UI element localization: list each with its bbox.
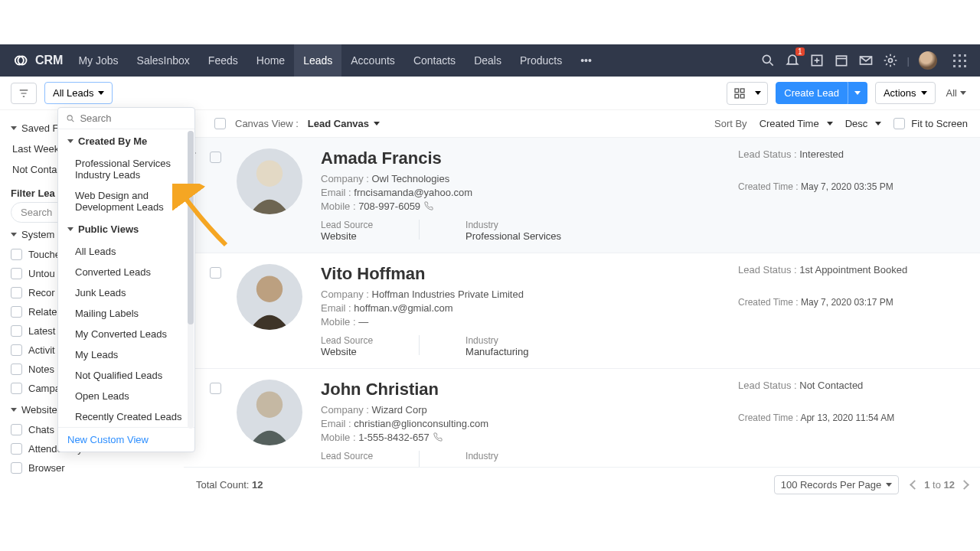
total-count: Total Count: 12 (196, 479, 263, 491)
crm-logo: CRM (8, 52, 69, 69)
toolbar: All Leads Create Lead Actions All (0, 77, 980, 110)
nav-contacts[interactable]: Contacts (404, 44, 465, 77)
svg-line-1 (769, 63, 773, 66)
view-item[interactable]: Mailing Labels (58, 303, 194, 324)
popup-search[interactable] (58, 108, 194, 129)
svg-rect-12 (741, 94, 745, 98)
prev-page[interactable] (910, 480, 920, 490)
canvas-view-label: Canvas View : (235, 118, 299, 129)
add-icon[interactable] (809, 53, 825, 68)
view-selector[interactable]: All Leads (44, 82, 113, 104)
nav-more[interactable]: ••• (571, 44, 601, 77)
gear-icon[interactable] (883, 53, 898, 68)
nav-my-jobs[interactable]: My Jobs (69, 44, 127, 77)
nav-home[interactable]: Home (247, 44, 294, 77)
select-all-checkbox[interactable] (214, 118, 226, 129)
top-icons: 1 | (760, 51, 972, 70)
create-lead-button[interactable]: Create Lead (776, 82, 848, 104)
nav-feeds[interactable]: Feeds (199, 44, 247, 77)
new-custom-view[interactable]: New Custom View (58, 427, 194, 452)
filter-button[interactable] (11, 83, 37, 104)
card-checkbox[interactable] (210, 383, 221, 394)
view-selector-label: All Leads (53, 87, 93, 99)
sort-dir[interactable]: Desc (845, 118, 882, 129)
public-views-header[interactable]: Public Views (58, 217, 194, 241)
footer: Total Count: 12 100 Records Per Page 1 t… (184, 467, 980, 502)
svg-point-13 (256, 160, 283, 186)
view-item[interactable]: Web Design and Development Leads (58, 185, 194, 217)
main-nav: My Jobs SalesInbox Feeds Home Leads Acco… (69, 44, 600, 77)
search-icon (66, 113, 75, 124)
nav-salesinbox[interactable]: SalesInbox (128, 44, 199, 77)
view-item[interactable]: Junk Leads (58, 282, 194, 303)
svg-rect-9 (735, 89, 739, 93)
lead-name: Vito Hoffman (321, 264, 528, 284)
all-toggle[interactable]: All (943, 87, 969, 99)
svg-point-14 (256, 276, 283, 302)
crm-title: CRM (35, 54, 63, 67)
svg-rect-5 (836, 56, 846, 66)
svg-rect-10 (741, 89, 745, 93)
svg-point-8 (888, 59, 892, 63)
view-item[interactable]: All Leads (58, 241, 194, 262)
fit-to-screen[interactable]: Fit to Screen (893, 118, 968, 129)
svg-point-15 (256, 391, 283, 417)
popup-scrollbar[interactable] (188, 131, 194, 429)
search-icon[interactable] (760, 53, 776, 68)
view-item[interactable]: Professional Services Industry Leads (58, 153, 194, 185)
lead-card[interactable]: John Christian Company : Wizard Corp Ema… (184, 368, 980, 481)
sort-by-label: Sort By (714, 118, 747, 129)
mail-icon[interactable] (858, 53, 874, 68)
view-item[interactable]: Converted Leads (58, 262, 194, 282)
user-avatar[interactable] (919, 51, 937, 70)
list-header: Canvas View : Lead Canvas Sort By Create… (184, 110, 980, 137)
svg-point-16 (67, 115, 72, 119)
next-page[interactable] (959, 480, 969, 490)
created-by-me-header[interactable]: Created By Me (58, 129, 194, 153)
nav-products[interactable]: Products (511, 44, 571, 77)
actions-label: Actions (884, 87, 916, 99)
sort-field[interactable]: Created Time (760, 118, 833, 129)
nav-leads[interactable]: Leads (294, 44, 341, 77)
svg-point-0 (763, 55, 770, 63)
nav-deals[interactable]: Deals (465, 44, 511, 77)
view-item[interactable]: My Converted Leads (58, 324, 194, 344)
canvas-view-picker[interactable]: Lead Canvas (308, 118, 380, 129)
lead-card[interactable]: Vito Hoffman Company : Hoffman Industrie… (184, 253, 980, 368)
notif-badge: 1 (795, 47, 805, 56)
paging: 1 to 12 (911, 479, 968, 491)
lead-name: Amada Francis (321, 148, 561, 168)
lead-card[interactable]: Amada Francis Company : Owl Technologies… (184, 137, 980, 253)
layout-button[interactable] (727, 82, 768, 105)
svg-line-17 (72, 119, 74, 122)
apps-icon[interactable] (951, 52, 968, 69)
nav-accounts[interactable]: Accounts (341, 44, 404, 77)
card-checkbox[interactable] (210, 152, 221, 163)
view-item[interactable]: Open Leads (58, 386, 194, 406)
popup-search-input[interactable] (80, 112, 187, 124)
view-popup: Created By Me Professional Services Indu… (57, 107, 195, 452)
card-checkbox[interactable] (210, 267, 221, 279)
bell-wrap[interactable]: 1 (785, 52, 800, 70)
svg-rect-11 (735, 94, 739, 98)
topbar: CRM My Jobs SalesInbox Feeds Home Leads … (0, 44, 980, 77)
website-item[interactable]: Browser (11, 458, 173, 478)
actions-button[interactable]: Actions (875, 82, 936, 104)
create-lead-dropdown[interactable] (848, 82, 867, 104)
view-item[interactable]: My Leads (58, 344, 194, 365)
view-item[interactable]: Recently Created Leads (58, 406, 194, 427)
view-item[interactable]: Not Qualified Leads (58, 365, 194, 386)
records-per-page[interactable]: 100 Records Per Page (774, 475, 900, 494)
lead-name: John Christian (321, 380, 498, 399)
calendar-icon[interactable] (834, 53, 849, 68)
